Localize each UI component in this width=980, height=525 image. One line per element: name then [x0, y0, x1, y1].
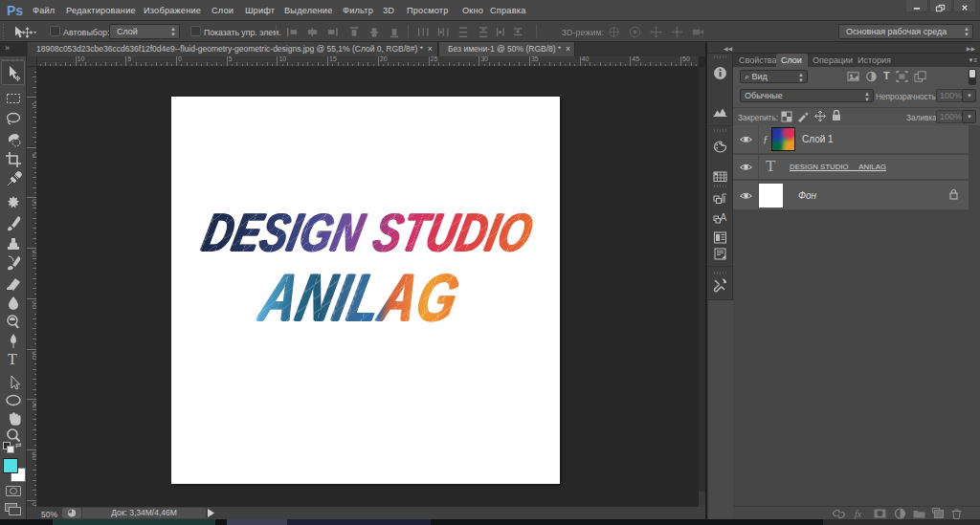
svg-text:fx: fx	[855, 509, 862, 519]
svg-text:A: A	[721, 212, 727, 223]
